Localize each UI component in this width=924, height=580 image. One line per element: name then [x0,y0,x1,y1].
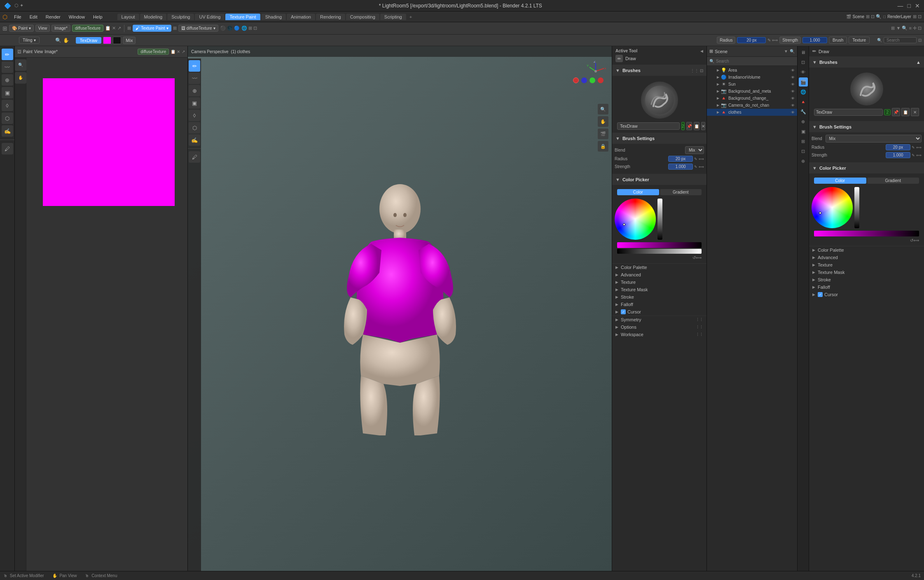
texture-item[interactable]: ▶ Texture [612,278,706,286]
menu-file[interactable]: File [11,14,25,20]
right-stroke[interactable]: ▶ Stroke [809,276,924,283]
texdraw-btn[interactable]: TexDraw [76,37,102,44]
prop-mod-icon[interactable]: 🔧 [799,107,808,116]
right-cp-header[interactable]: ▼ Color Picker [809,163,924,173]
close-button[interactable]: ✕ [915,2,920,9]
tab-shading[interactable]: Shading [261,14,286,20]
blend-mode-select[interactable]: Mix [685,146,704,154]
tiling-btn[interactable]: Tiling ▾ [19,37,40,44]
vp-tool-smear[interactable]: 〰 [189,72,200,84]
right-expand-icon[interactable]: ⟺ [913,238,919,243]
color-tab[interactable]: Color [617,189,659,195]
tab-rendering[interactable]: Rendering [316,14,345,20]
tree-item[interactable]: ▶ 📷 Background_and_meta 👁 [707,88,797,95]
blend-mode-select[interactable]: Mix [123,37,136,44]
vp-tool-soften[interactable]: ◊ [189,110,200,121]
prop-phys-icon[interactable]: ⊕ [799,157,808,166]
right-strength-value[interactable]: 1.000 [886,152,910,158]
image-view-btn[interactable]: View [34,49,43,54]
radius-input[interactable]: 20 px [737,37,766,43]
tree-item-active[interactable]: ▶ 🔺 clothes 👁 [707,109,797,116]
right-reset-icon[interactable]: ↺ [910,238,913,243]
prop-vgroup-icon[interactable]: ⊕ [799,117,808,126]
right-color-wheel-container[interactable] [812,187,853,228]
color-palette-item[interactable]: ▶ Color Palette [612,264,706,271]
tool-custom[interactable]: 🖊 [2,143,13,154]
strength-input[interactable]: 1.000 [802,37,827,43]
outliner-search-icon[interactable]: 🔍 [790,49,795,54]
brush-name-input[interactable] [617,122,680,130]
texture-btn[interactable]: Texture [849,37,870,44]
options-item[interactable]: ▶ Options ⋮⋮ [612,323,706,331]
prop-particle-icon[interactable]: ⊡ [799,147,808,156]
right-brush-pin[interactable]: 📌 [892,108,900,116]
prop-scene-icon[interactable]: 🎬 [799,77,808,87]
tree-item[interactable]: ▶ ☀ Sun 👁 [707,81,797,88]
vp-tool-custom[interactable]: 🖊 [189,151,200,163]
vp-pan[interactable]: ✋ [598,116,608,127]
add-workspace-button[interactable]: + [407,14,414,20]
right-cursor-check[interactable]: ✓ [818,292,823,297]
texture-paint-btn[interactable]: 🖌 Texture Paint ▾ [133,25,171,32]
cursor-checkbox[interactable]: ✓ [621,309,626,314]
brush-delete-icon[interactable]: ✕ [701,122,705,130]
image-mode-btn[interactable]: Paint [23,49,33,54]
right-brushes-header[interactable]: ▼ Brushes ▲ [809,57,924,68]
right-gradient-tab[interactable]: Gradient [867,178,919,184]
maximize-button[interactable]: □ [908,2,911,9]
scene-search-input[interactable] [884,37,917,43]
image-btn[interactable]: Image* [51,25,70,32]
menu-render[interactable]: Render [42,14,64,20]
brightness-slider[interactable] [657,199,662,240]
tree-item[interactable]: ▶ 💡 Area 👁 [707,67,797,74]
falloff-item[interactable]: ▶ Falloff [612,301,706,308]
color-swatch-fg[interactable] [103,37,111,44]
right-brush-name-input[interactable] [814,109,883,116]
vp-tool-clone[interactable]: ⊕ [189,85,200,96]
tab-layout[interactable]: Layout [117,14,139,20]
cursor-item[interactable]: ▶ ✓ Cursor [612,308,706,316]
outliner-filter-icon[interactable]: ▼ [784,49,788,54]
tab-compositing[interactable]: Compositing [346,14,379,20]
tab-modeling[interactable]: Modeling [140,14,167,20]
right-brush-copy[interactable]: 📋 [901,108,910,116]
tool-draw[interactable]: ✏ [2,49,13,60]
tool-smear[interactable]: 〰 [2,61,13,73]
right-color-tab[interactable]: Color [814,178,866,184]
right-color-palette[interactable]: ▶ Color Palette [809,246,924,254]
img-pan-icon[interactable]: ✋ [15,72,26,84]
color-reset-icon[interactable]: ↺ [692,255,696,260]
vp-tool-annotate[interactable]: ✍ [189,134,200,146]
symmetry-item[interactable]: ▶ Symmetry ⋮⋮ [612,316,706,323]
tab-animation[interactable]: Animation [287,14,315,20]
texture-mask-item[interactable]: ▶ Texture Mask [612,286,706,293]
tree-item[interactable]: ▶ 🔵 IrradianceVolume 👁 [707,74,797,81]
color-picker-header[interactable]: ▼ Color Picker [612,174,706,185]
right-cursor[interactable]: ▶ ✓ Cursor [809,291,924,298]
menu-help[interactable]: Help [90,14,106,20]
tab-texture-paint[interactable]: Texture Paint [225,14,260,20]
right-brightness-slider[interactable] [854,187,859,228]
vp-zoom-in[interactable]: 🔍 [598,104,608,115]
tab-scripting[interactable]: Scripting [380,14,406,20]
brushes-header[interactable]: ▼ Brushes ⋮⋮ ⊡ [612,65,706,76]
right-radius-value[interactable]: 20 px [886,144,910,150]
tool-clone[interactable]: ⊕ [2,74,13,86]
vp-lock[interactable]: 🔒 [598,141,608,152]
tab-uv-editing[interactable]: UV Editing [195,14,225,20]
prop-mat-icon[interactable]: ⊞ [799,137,808,146]
right-advanced[interactable]: ▶ Advanced [809,254,924,261]
advanced-item[interactable]: ▶ Advanced [612,271,706,278]
vp-tool-fill[interactable]: ▣ [189,97,200,109]
image-menu-btn[interactable]: Image* [44,49,58,54]
workspace-item[interactable]: ▶ Workspace ⋮⋮ [612,331,706,338]
viewport-3d[interactable]: Camera Perspective (1) clothes ✏ 〰 ⊕ ▣ ◊… [188,46,612,571]
tree-item[interactable]: ▶ 🔺 Background_change_ 👁 [707,95,797,102]
tree-item[interactable]: ▶ 📷 Camera_do_not_chan 👁 [707,102,797,109]
brush-pin-icon[interactable]: 📌 [686,122,692,130]
brush-copy-icon[interactable]: 📋 [694,122,699,130]
view-btn[interactable]: View [35,25,50,32]
right-color-wheel[interactable] [812,187,853,228]
prop-obj-icon[interactable]: 🔺 [799,97,808,106]
color-wheel[interactable] [615,199,656,240]
